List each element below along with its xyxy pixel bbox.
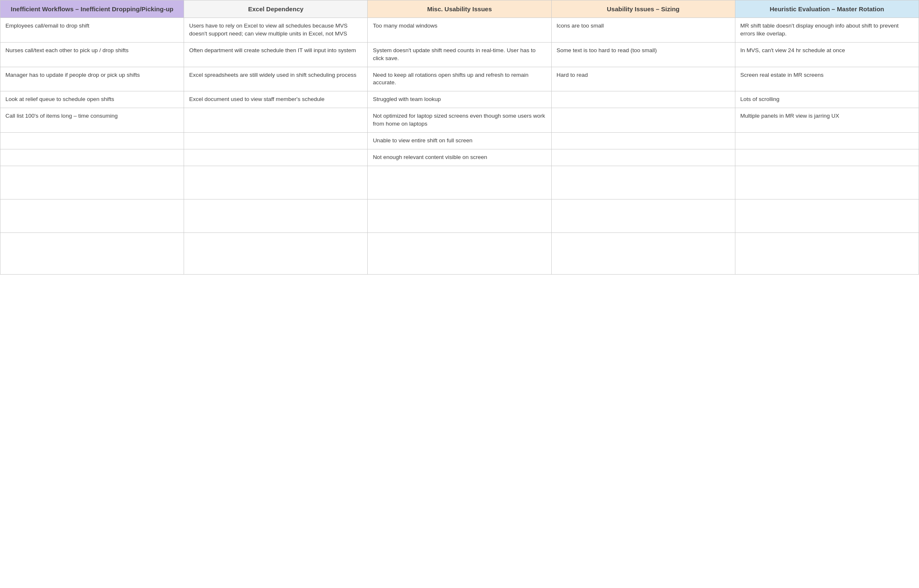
cell-row3-col3: Need to keep all rotations open shifts u… (368, 67, 551, 91)
cell-row9-col4 (551, 199, 735, 232)
cell-row7-col4 (551, 149, 735, 166)
cell-row7-col2 (184, 149, 368, 166)
cell-row2-col3: System doesn't update shift need counts … (368, 42, 551, 67)
table-row: Nurses call/text each other to pick up /… (0, 42, 919, 67)
cell-row1-col3: Too many modal windows (368, 18, 551, 43)
cell-row3-col1: Manager has to update if people drop or … (0, 67, 184, 91)
cell-row4-col5: Lots of scrolling (735, 91, 919, 108)
table-row (0, 232, 919, 274)
cell-row4-col2: Excel document used to view staff member… (184, 91, 368, 108)
cell-row9-col2 (184, 199, 368, 232)
cell-row1-col1: Employees call/email to drop shift (0, 18, 184, 43)
cell-row5-col5: Multiple panels in MR view is jarring UX (735, 108, 919, 133)
column-header-4: Usability Issues – Sizing (551, 0, 735, 18)
cell-row6-col5 (735, 133, 919, 149)
table-header-row: Inefficient Workflows – Inefficient Drop… (0, 0, 919, 18)
cell-row7-col5 (735, 149, 919, 166)
cell-row5-col4 (551, 108, 735, 133)
column-header-1: Inefficient Workflows – Inefficient Drop… (0, 0, 184, 18)
cell-row6-col2 (184, 133, 368, 149)
cell-row5-col3: Not optimized for laptop sized screens e… (368, 108, 551, 133)
column-header-5: Heuristic Evaluation – Master Rotation (735, 0, 919, 18)
cell-row1-col2: Users have to rely on Excel to view all … (184, 18, 368, 43)
table-row: Unable to view entire shift on full scre… (0, 133, 919, 149)
table-row: Manager has to update if people drop or … (0, 67, 919, 91)
cell-row10-col5 (735, 232, 919, 274)
cell-row5-col1: Call list 100's of items long – time con… (0, 108, 184, 133)
cell-row4-col1: Look at relief queue to schedule open sh… (0, 91, 184, 108)
cell-row8-col5 (735, 166, 919, 199)
cell-row7-col1 (0, 149, 184, 166)
cell-row8-col1 (0, 166, 184, 199)
cell-row6-col1 (0, 133, 184, 149)
cell-row8-col2 (184, 166, 368, 199)
cell-row3-col5: Screen real estate in MR screens (735, 67, 919, 91)
cell-row10-col3 (368, 232, 551, 274)
cell-row3-col4: Hard to read (551, 67, 735, 91)
cell-row6-col3: Unable to view entire shift on full scre… (368, 133, 551, 149)
cell-row7-col3: Not enough relevant content visible on s… (368, 149, 551, 166)
table-row: Not enough relevant content visible on s… (0, 149, 919, 166)
cell-row10-col2 (184, 232, 368, 274)
cell-row9-col5 (735, 199, 919, 232)
cell-row10-col1 (0, 232, 184, 274)
cell-row4-col4 (551, 91, 735, 108)
cell-row3-col2: Excel spreadsheets are still widely used… (184, 67, 368, 91)
table-row (0, 199, 919, 232)
cell-row2-col4: Some text is too hard to read (too small… (551, 42, 735, 67)
cell-row4-col3: Struggled with team lookup (368, 91, 551, 108)
cell-row2-col2: Often department will create schedule th… (184, 42, 368, 67)
cell-row1-col4: Icons are too small (551, 18, 735, 43)
column-header-2: Excel Dependency (184, 0, 368, 18)
cell-row8-col3 (368, 166, 551, 199)
table-row: Call list 100's of items long – time con… (0, 108, 919, 133)
cell-row1-col5: MR shift table doesn't display enough in… (735, 18, 919, 43)
cell-row8-col4 (551, 166, 735, 199)
table-row: Look at relief queue to schedule open sh… (0, 91, 919, 108)
main-table-container: Inefficient Workflows – Inefficient Drop… (0, 0, 919, 275)
cell-row10-col4 (551, 232, 735, 274)
cell-row5-col2 (184, 108, 368, 133)
cell-row2-col5: In MVS, can't view 24 hr schedule at onc… (735, 42, 919, 67)
cell-row2-col1: Nurses call/text each other to pick up /… (0, 42, 184, 67)
cell-row6-col4 (551, 133, 735, 149)
cell-row9-col3 (368, 199, 551, 232)
column-header-3: Misc. Usability Issues (368, 0, 551, 18)
table-row: Employees call/email to drop shiftUsers … (0, 18, 919, 43)
table-row (0, 166, 919, 199)
heuristic-evaluation-table: Inefficient Workflows – Inefficient Drop… (0, 0, 919, 275)
cell-row9-col1 (0, 199, 184, 232)
